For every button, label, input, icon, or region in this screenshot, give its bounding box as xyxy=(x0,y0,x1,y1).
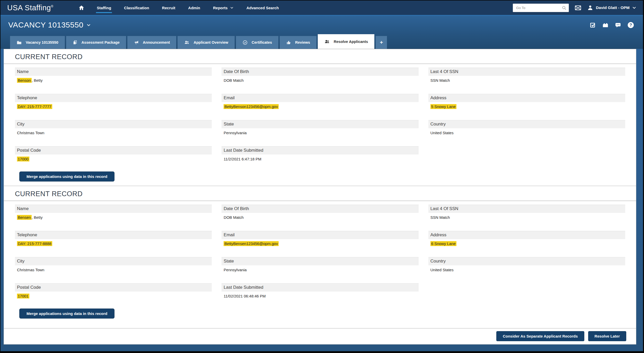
nav-reports-label: Reports xyxy=(213,6,228,10)
field-value: Bensen, Betty xyxy=(15,213,212,220)
nav-classification[interactable]: Classification xyxy=(124,6,149,10)
field-label: Telephone xyxy=(15,231,212,239)
field-label: Country xyxy=(428,257,625,265)
field-value: Pennsylvania xyxy=(222,265,418,272)
tab-certificates[interactable]: Certificates xyxy=(236,36,278,49)
consider-separate-button[interactable]: Consider As Separate Applicant Records xyxy=(496,331,584,341)
search-icon[interactable] xyxy=(562,5,567,10)
chevron-down-icon xyxy=(86,23,91,27)
person-icon xyxy=(587,5,593,11)
merge-record-button[interactable]: Merge applications using data in this re… xyxy=(19,309,114,319)
vacancy-bar: VACANCY 10135550 ? xyxy=(1,16,643,34)
field-value: United States xyxy=(428,128,625,135)
field-email: Email BettyBensen123456@opm.gov xyxy=(222,231,418,246)
field-city: City Christmas Town xyxy=(15,257,212,272)
merge-record-button[interactable]: Merge applications using data in this re… xyxy=(19,171,114,182)
field-country: Country United States xyxy=(428,257,625,272)
field-label: Email xyxy=(222,94,418,102)
tab-vacancy[interactable]: Vacancy 10135550 xyxy=(10,36,65,49)
field-city: City Christmas Town xyxy=(15,120,212,135)
svg-text:?: ? xyxy=(630,23,632,27)
field-label: Last 4 Of SSN xyxy=(428,205,625,213)
field-value: 17000 xyxy=(15,155,212,161)
mail-icon[interactable] xyxy=(575,4,581,11)
field-value: SSN Match xyxy=(428,213,625,220)
field-value: 11/2/2021 6:47:18 PM xyxy=(222,155,418,161)
current-record-section-1: CURRENT RECORD Name Benson, Betty Date O… xyxy=(4,49,636,186)
goto-search xyxy=(513,4,569,12)
tab-label: Applicant Overview xyxy=(193,40,228,44)
tab-resolve-applicants[interactable]: Resolve Applicants xyxy=(318,34,374,49)
registered-mark: ® xyxy=(51,5,53,8)
vacancy-quick-icons: ? xyxy=(589,22,635,29)
field-telephone: Telephone DAY: 215-777-8888 xyxy=(15,231,212,246)
tasks-icon[interactable] xyxy=(589,22,596,28)
top-nav-right: David Glatt - OPM xyxy=(513,4,636,12)
nav-recruit[interactable]: Recruit xyxy=(162,6,175,10)
top-nav: USA Staffing® Staffing Classification Re… xyxy=(1,1,643,16)
goto-input[interactable] xyxy=(513,4,569,12)
field-value: 5 Snowy Lane xyxy=(428,102,625,109)
add-tab-button[interactable]: + xyxy=(376,36,387,49)
field-label: Email xyxy=(222,231,418,239)
tab-applicant-overview[interactable]: Applicant Overview xyxy=(178,36,235,49)
tab-reviews[interactable]: Reviews xyxy=(280,36,316,49)
plus-icon: + xyxy=(380,39,383,46)
feedback-icon[interactable] xyxy=(615,22,621,28)
field-value: DOB Match xyxy=(222,213,418,220)
page-background: CURRENT RECORD Name Benson, Betty Date O… xyxy=(1,49,643,351)
field-label: Name xyxy=(15,68,212,76)
field-value: SSN Match xyxy=(428,76,625,83)
help-icon[interactable]: ? xyxy=(627,22,634,29)
nav-admin[interactable]: Admin xyxy=(188,6,200,10)
people-icon xyxy=(324,39,330,44)
field-date-of-birth: Date Of Birth DOB Match xyxy=(222,205,418,220)
nav-advanced-search[interactable]: Advanced Search xyxy=(246,6,279,10)
megaphone-icon xyxy=(134,40,139,45)
field-empty xyxy=(428,283,625,298)
home-icon[interactable] xyxy=(78,5,84,11)
field-last4-ssn: Last 4 Of SSN SSN Match xyxy=(428,205,625,220)
field-state: State Pennsylvania xyxy=(222,257,418,272)
nav-reports[interactable]: Reports xyxy=(213,6,234,10)
field-name: Name Bensen, Betty xyxy=(15,205,212,220)
tab-label: Announcement xyxy=(143,40,170,44)
resolve-later-button[interactable]: Resolve Later xyxy=(588,331,626,341)
notifications-icon[interactable] xyxy=(602,22,609,28)
field-name: Name Benson, Betty xyxy=(15,68,212,83)
field-value: 11/02/2021 06:48:46 PM xyxy=(222,292,418,298)
people-icon xyxy=(184,40,190,45)
copy-icon xyxy=(73,40,78,45)
tab-announcement[interactable]: Announcement xyxy=(127,36,177,49)
user-menu[interactable]: David Glatt - OPM xyxy=(587,5,636,11)
field-label: Address xyxy=(428,94,625,102)
fields-grid: Name Benson, Betty Date Of Birth DOB Mat… xyxy=(4,64,636,161)
field-empty xyxy=(428,146,625,161)
field-date-of-birth: Date Of Birth DOB Match xyxy=(222,68,418,83)
field-label: Telephone xyxy=(15,94,212,102)
tab-label: Certificates xyxy=(252,40,272,44)
user-name: David Glatt - OPM xyxy=(596,5,630,10)
field-address: Address 6 Snowy Lane xyxy=(428,231,625,246)
field-value: Christmas Town xyxy=(15,265,212,272)
field-value: 6 Snowy Lane xyxy=(428,239,625,246)
field-label: State xyxy=(222,120,418,128)
section-heading: CURRENT RECORD xyxy=(4,49,636,64)
folder-icon xyxy=(16,40,22,45)
tab-assessment-package[interactable]: Assessment Package xyxy=(66,36,126,49)
field-country: Country United States xyxy=(428,120,625,135)
field-value: Pennsylvania xyxy=(222,128,418,135)
field-label: Name xyxy=(15,205,212,213)
vacancy-title-text: VACANCY 10135550 xyxy=(8,21,83,29)
tab-label: Resolve Applicants xyxy=(334,40,368,44)
field-last4-ssn: Last 4 Of SSN SSN Match xyxy=(428,68,625,83)
section-heading: CURRENT RECORD xyxy=(4,186,636,201)
chevron-down-icon xyxy=(230,6,234,10)
field-last-date-submitted: Last Date Submitted 11/02/2021 06:48:46 … xyxy=(222,283,418,298)
vacancy-title[interactable]: VACANCY 10135550 xyxy=(8,21,91,29)
nav-staffing[interactable]: Staffing xyxy=(97,6,111,10)
field-label: Country xyxy=(428,120,625,128)
field-value: Christmas Town xyxy=(15,128,212,135)
field-state: State Pennsylvania xyxy=(222,120,418,135)
field-label: City xyxy=(15,120,212,128)
